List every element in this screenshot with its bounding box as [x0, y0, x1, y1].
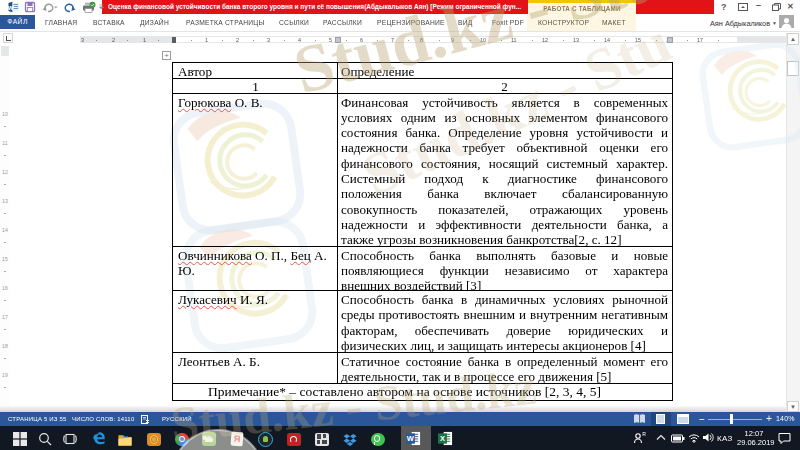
svg-text:w: w — [7, 3, 14, 12]
svg-text:X: X — [440, 434, 445, 443]
svg-text:R: R — [642, 431, 646, 437]
svg-text:W: W — [407, 434, 415, 443]
